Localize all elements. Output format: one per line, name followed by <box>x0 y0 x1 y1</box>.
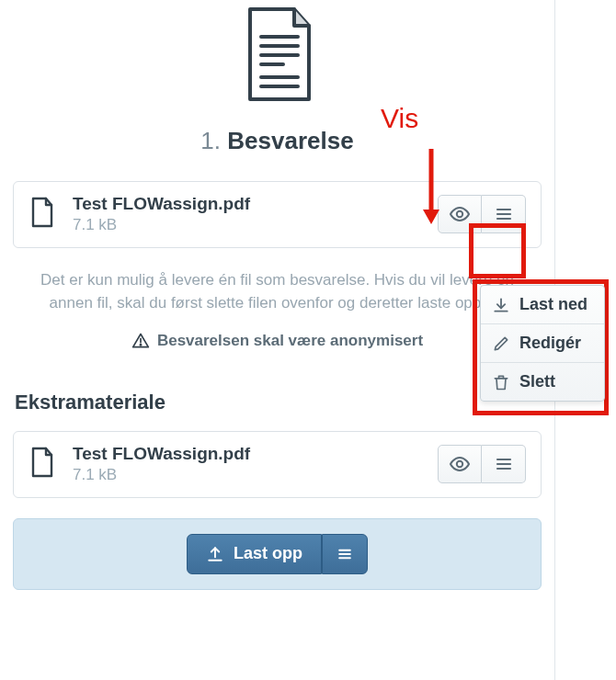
file-icon <box>29 196 56 232</box>
file-name: Test FLOWassign.pdf <box>73 445 421 464</box>
more-menu-button[interactable] <box>482 445 526 483</box>
menu-icon <box>336 545 354 563</box>
file-size: 7.1 kB <box>73 216 421 234</box>
eye-icon <box>449 203 471 225</box>
upload-label: Last opp <box>234 544 302 563</box>
more-menu-button[interactable] <box>482 195 526 233</box>
dropdown-download-label: Last ned <box>519 295 587 314</box>
besvarelse-file-card: Test FLOWassign.pdf 7.1 kB <box>13 181 542 248</box>
menu-icon <box>493 203 515 225</box>
pencil-icon <box>492 334 510 353</box>
dropdown-edit-label: Redigér <box>519 334 581 353</box>
file-size: 7.1 kB <box>73 466 421 484</box>
view-button[interactable] <box>438 445 482 483</box>
file-dropdown-menu: Last ned Redigér Slett <box>480 285 605 402</box>
upload-button[interactable]: Last opp <box>187 534 322 574</box>
section-label: Besvarelse <box>227 127 353 154</box>
eye-icon <box>449 453 471 475</box>
svg-point-12 <box>457 461 462 467</box>
anonymize-text: Besvarelsen skal være anonymisert <box>157 332 423 350</box>
upload-bar: Last opp <box>13 518 542 590</box>
warning-icon <box>131 332 150 350</box>
anonymize-warning: Besvarelsen skal være anonymisert <box>13 332 542 350</box>
svg-point-6 <box>457 211 462 217</box>
file-meta: Test FLOWassign.pdf 7.1 kB <box>73 445 421 484</box>
document-hero-icon <box>13 0 542 110</box>
file-actions <box>438 195 526 233</box>
file-name: Test FLOWassign.pdf <box>73 195 421 214</box>
ekstra-heading: Ekstramateriale <box>15 391 542 414</box>
section-number: 1. <box>200 127 221 154</box>
upload-menu-button[interactable] <box>322 534 368 574</box>
dropdown-edit[interactable]: Redigér <box>481 324 604 363</box>
ekstra-file-card: Test FLOWassign.pdf 7.1 kB <box>13 431 542 498</box>
annotation-label: Vis <box>381 103 418 134</box>
svg-marker-20 <box>423 210 439 224</box>
menu-icon <box>493 453 515 475</box>
upload-icon <box>206 545 224 563</box>
download-icon <box>492 296 510 314</box>
svg-point-11 <box>140 344 141 345</box>
section-title: 1. Besvarelse <box>13 127 542 155</box>
file-actions <box>438 445 526 483</box>
dropdown-delete[interactable]: Slett <box>481 363 604 401</box>
main-panel: 1. Besvarelse Test FLOWassign.pdf 7.1 kB <box>0 0 555 680</box>
dropdown-download[interactable]: Last ned <box>481 286 604 324</box>
file-meta: Test FLOWassign.pdf 7.1 kB <box>73 195 421 234</box>
dropdown-delete-label: Slett <box>519 372 555 391</box>
trash-icon <box>492 373 510 391</box>
annotation-arrow-icon <box>417 145 445 226</box>
help-text: Det er kun mulig å levere én fil som bes… <box>18 268 536 315</box>
file-icon <box>29 446 56 482</box>
